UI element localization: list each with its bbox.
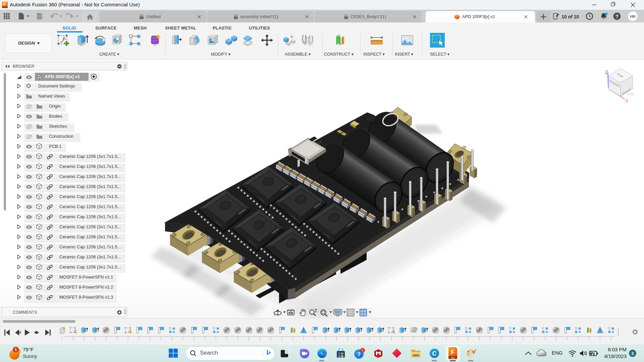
svg-text:!: ! — [362, 348, 363, 352]
svg-text:F: F — [4, 2, 6, 6]
svg-text:Z: Z — [605, 69, 608, 75]
svg-text:HH: HH — [630, 14, 636, 18]
svg-text:X: X — [625, 98, 629, 104]
svg-text:3: 3 — [632, 351, 634, 356]
svg-text:360: 360 — [451, 356, 455, 359]
svg-text:?: ? — [357, 351, 361, 358]
svg-text:C: C — [432, 350, 437, 357]
svg-text:F: F — [451, 349, 454, 355]
svg-text:?: ? — [615, 14, 619, 19]
svg-text:1: 1 — [15, 347, 17, 352]
